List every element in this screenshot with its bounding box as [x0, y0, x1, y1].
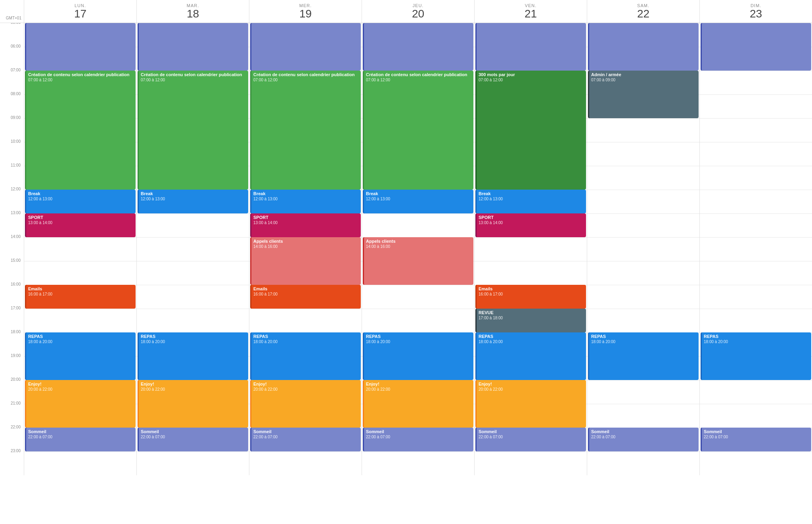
hour-line	[700, 71, 812, 94]
sleep-band[interactable]	[138, 23, 248, 71]
calendar-event[interactable]: REPAS18:00 à 20:00	[475, 332, 586, 380]
calendar-event[interactable]: Emails16:00 à 17:00	[475, 285, 586, 309]
time-label-1900: 19:00	[0, 353, 24, 377]
event-title: REPAS	[141, 334, 246, 339]
calendar-event[interactable]: REPAS18:00 à 20:00	[250, 332, 361, 380]
calendar-event[interactable]: REPAS18:00 à 20:00	[25, 332, 136, 380]
event-title: Break	[366, 191, 471, 196]
calendar-event[interactable]: 300 mots par jour07:00 à 12:00	[475, 71, 586, 190]
calendar-event[interactable]: Sommeil22:00 à 07:00	[250, 428, 361, 451]
event-time: 13:00 à 14:00	[28, 220, 134, 225]
calendar-event[interactable]: Admin / armée07:00 à 09:00	[588, 71, 699, 118]
calendar-event[interactable]: SPORT13:00 à 14:00	[475, 213, 586, 237]
hour-line	[700, 261, 812, 285]
calendar-event[interactable]: Enjoy!20:00 à 22:00	[475, 380, 586, 428]
event-title: Admin / armée	[591, 72, 697, 77]
hour-line	[587, 380, 699, 404]
event-title: Appels clients	[366, 238, 471, 244]
calendar-event[interactable]: Enjoy!20:00 à 22:00	[138, 380, 248, 428]
day-num-mer: 19	[251, 8, 360, 20]
event-title: Break	[479, 191, 584, 196]
hour-line	[362, 285, 474, 309]
day-column-mar: Création de contenu selon calendrier pub…	[136, 23, 249, 475]
event-time: 20:00 à 22:00	[28, 387, 134, 392]
hour-line	[249, 451, 362, 475]
time-label-1200: 12:00	[0, 187, 24, 211]
calendar-event[interactable]: Sommeil22:00 à 07:00	[25, 428, 136, 451]
event-title: Enjoy!	[253, 381, 359, 387]
calendar-event[interactable]: Appels clients14:00 à 16:00	[250, 237, 361, 285]
hour-line	[700, 404, 812, 428]
day-header-lun: LUN. 17	[24, 0, 136, 23]
day-num-jeu: 20	[364, 8, 473, 20]
event-title: Break	[141, 191, 246, 196]
time-label-0700: 07:00	[0, 68, 24, 92]
day-column-jeu: Création de contenu selon calendrier pub…	[362, 23, 474, 475]
calendar-event[interactable]: Création de contenu selon calendrier pub…	[363, 71, 473, 190]
hour-line	[137, 237, 249, 261]
event-time: 17:00 à 18:00	[479, 315, 584, 321]
hour-line	[24, 309, 136, 332]
calendar-event[interactable]: REVUE17:00 à 18:00	[475, 309, 586, 332]
hour-line	[587, 166, 699, 190]
event-title: REPAS	[28, 334, 134, 339]
calendar-event[interactable]: Enjoy!20:00 à 22:00	[250, 380, 361, 428]
day-header-ven: VEN. 21	[474, 0, 587, 23]
calendar-event[interactable]: Break12:00 à 13:00	[250, 190, 361, 213]
hour-line	[700, 213, 812, 237]
calendar-event[interactable]: Sommeil22:00 à 07:00	[588, 428, 699, 451]
hour-line	[700, 380, 812, 404]
sleep-band[interactable]	[250, 23, 361, 71]
event-time: 16:00 à 17:00	[28, 292, 134, 297]
hour-line	[700, 118, 812, 142]
calendar-event[interactable]: Création de contenu selon calendrier pub…	[250, 71, 361, 190]
sleep-band[interactable]	[363, 23, 473, 71]
event-time: 07:00 à 12:00	[479, 77, 584, 83]
time-label-1600: 16:00	[0, 282, 24, 306]
calendar-event[interactable]: Création de contenu selon calendrier pub…	[138, 71, 248, 190]
time-label-2100: 21:00	[0, 401, 24, 425]
calendar-event[interactable]: Emails16:00 à 17:00	[250, 285, 361, 309]
calendar-event[interactable]: Break12:00 à 13:00	[363, 190, 473, 213]
calendar-event[interactable]: Sommeil22:00 à 07:00	[138, 428, 248, 451]
time-label-1700: 17:00	[0, 306, 24, 330]
calendar-event[interactable]: REPAS18:00 à 20:00	[138, 332, 248, 380]
event-time: 12:00 à 13:00	[479, 196, 584, 202]
calendar-event[interactable]: Break12:00 à 13:00	[138, 190, 248, 213]
calendar-event[interactable]: Sommeil22:00 à 07:00	[701, 428, 811, 451]
event-title: SPORT	[28, 215, 134, 220]
calendar-event[interactable]: Appels clients14:00 à 16:00	[363, 237, 473, 285]
calendar-event[interactable]: Sommeil22:00 à 07:00	[363, 428, 473, 451]
sleep-band[interactable]	[25, 23, 136, 71]
time-label-1000: 10:00	[0, 139, 24, 163]
calendar-event[interactable]: Emails16:00 à 17:00	[25, 285, 136, 309]
event-time: 07:00 à 12:00	[253, 77, 359, 83]
calendar-event[interactable]: Break12:00 à 13:00	[475, 190, 586, 213]
hour-line	[362, 309, 474, 332]
calendar-event[interactable]: Break12:00 à 13:00	[25, 190, 136, 213]
calendar-event[interactable]: REPAS18:00 à 20:00	[363, 332, 473, 380]
calendar-event[interactable]: SPORT13:00 à 14:00	[25, 213, 136, 237]
hour-line	[587, 190, 699, 213]
event-title: 300 mots par jour	[479, 72, 584, 77]
time-label-1800: 18:00	[0, 330, 24, 353]
sleep-band[interactable]	[588, 23, 699, 71]
calendar-event[interactable]: Création de contenu selon calendrier pub…	[25, 71, 136, 190]
event-title: REVUE	[479, 310, 584, 315]
hour-line	[587, 285, 699, 309]
calendar-event[interactable]: Enjoy!20:00 à 22:00	[363, 380, 473, 428]
time-label-1500: 15:00	[0, 258, 24, 282]
calendar-event[interactable]: REPAS18:00 à 20:00	[588, 332, 699, 380]
calendar-event[interactable]: Enjoy!20:00 à 22:00	[25, 380, 136, 428]
sleep-band[interactable]	[475, 23, 586, 71]
hour-line	[700, 142, 812, 166]
event-time: 22:00 à 07:00	[591, 434, 697, 440]
event-time: 22:00 à 07:00	[141, 434, 246, 440]
sleep-band[interactable]	[701, 23, 811, 71]
calendar-event[interactable]: SPORT13:00 à 14:00	[250, 213, 361, 237]
calendar-event[interactable]: REPAS18:00 à 20:00	[701, 332, 811, 380]
calendar-event[interactable]: Sommeil22:00 à 07:00	[475, 428, 586, 451]
day-column-dim: REPAS18:00 à 20:00Sommeil22:00 à 07:00	[699, 23, 812, 475]
event-time: 18:00 à 20:00	[704, 339, 809, 344]
event-time: 13:00 à 14:00	[479, 220, 584, 225]
